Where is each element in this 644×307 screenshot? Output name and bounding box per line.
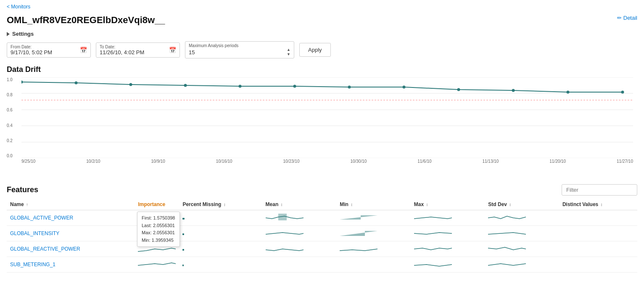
table-row: GLOBAL_INTENSITY: [7, 226, 637, 241]
edit-icon: ✏: [617, 15, 622, 21]
period-up-btn[interactable]: ▲: [287, 48, 290, 52]
from-date-field[interactable]: From Date: 9/17/10, 5:02 PM 📅: [7, 42, 91, 58]
importance-sparkline-1: [135, 226, 179, 241]
min-sparkline-2: [336, 241, 411, 257]
x-label-6: 11/6/10: [417, 159, 431, 164]
y-label-04: 0.4: [7, 123, 13, 128]
x-label-0: 9/25/10: [21, 159, 35, 164]
svg-point-18: [621, 91, 624, 94]
col-importance[interactable]: Importance: [135, 199, 179, 210]
period-value: 15: [189, 49, 195, 56]
distinct-sparkline-1: [559, 226, 637, 241]
table-row: GLOBAL_ACTIVE_POWER: [7, 210, 637, 226]
svg-point-12: [293, 85, 296, 88]
table-row: GLOBAL_REACTIVE_POWER: [7, 241, 637, 257]
svg-point-9: [129, 83, 132, 86]
col-percent-missing[interactable]: Percent Missing ↕: [179, 199, 262, 210]
pct-missing-1: [179, 226, 262, 241]
max-sparkline-1: [411, 226, 485, 241]
apply-button[interactable]: Apply: [299, 43, 331, 57]
y-label-00: 0.0: [7, 154, 13, 158]
max-sparkline-3: [411, 257, 485, 273]
svg-point-8: [75, 82, 78, 85]
y-label-08: 0.8: [7, 93, 13, 97]
min-sparkline-3: [336, 257, 411, 273]
col-std-dev[interactable]: Std Dev ↕: [485, 199, 559, 210]
svg-rect-19: [182, 218, 185, 220]
svg-point-14: [403, 86, 406, 89]
calendar-icon-to: 📅: [169, 47, 176, 53]
detail-label: Detail: [623, 15, 637, 21]
pct-missing-0: [179, 210, 262, 226]
page-title: OML_wfR8VEz0REGElbDxeVqi8w__: [7, 15, 165, 26]
feature-link-3[interactable]: SUB_METERING_1: [10, 262, 55, 267]
x-label-1: 10/2/10: [86, 159, 100, 164]
pct-missing-3: [179, 257, 262, 273]
mean-sparkline-0: [262, 210, 337, 226]
mean-sparkline-1: [262, 226, 337, 241]
distinct-sparkline-3: [559, 257, 637, 273]
min-sparkline-1: [336, 226, 411, 241]
x-label-9: 11/27/10: [617, 159, 633, 164]
detail-link[interactable]: ✏ Detail: [617, 15, 637, 21]
svg-point-11: [239, 85, 242, 88]
to-date-label: To Date:: [100, 45, 176, 49]
settings-label: Settings: [12, 31, 34, 37]
mean-sparkline-3: [262, 257, 337, 273]
from-date-value: 9/17/10, 5:02 PM: [11, 49, 87, 56]
feature-link-2[interactable]: GLOBAL_REACTIVE_POWER: [10, 246, 80, 252]
features-section: Features First: 1.5750398 Last: 2.055630…: [0, 181, 644, 276]
period-arrows: ▲ ▼: [287, 48, 290, 56]
mean-sparkline-2: [262, 241, 337, 257]
period-field[interactable]: Maximum Analysis periods 15 ▲ ▼: [185, 41, 294, 58]
std-sparkline-0: [485, 210, 559, 226]
svg-marker-21: [340, 215, 377, 220]
std-sparkline-1: [485, 226, 559, 241]
features-table: Name ↑ Importance Percent Missing ↕ Mean…: [7, 199, 637, 273]
x-label-5: 10/30/10: [350, 159, 367, 164]
back-to-monitors[interactable]: < Monitors: [7, 4, 30, 10]
x-label-2: 10/9/10: [151, 159, 165, 164]
chart-area: 1.0 0.8 0.6 0.4 0.2 0.0: [0, 76, 644, 181]
max-sparkline-0: [411, 210, 485, 226]
controls-row: From Date: 9/17/10, 5:02 PM 📅 To Date: 1…: [7, 41, 637, 58]
distinct-sparkline-2: [559, 241, 637, 257]
feature-link-1[interactable]: GLOBAL_INTENSITY: [10, 230, 59, 236]
pct-missing-2: [179, 241, 262, 257]
svg-rect-24: [182, 249, 184, 251]
col-distinct-values[interactable]: Distinct Values ↕: [559, 199, 637, 210]
from-date-label: From Date:: [11, 45, 87, 49]
to-date-field[interactable]: To Date: 11/26/10, 4:02 PM 📅: [96, 42, 180, 58]
drift-chart: [21, 77, 633, 158]
x-label-4: 10/23/10: [283, 159, 300, 164]
svg-rect-22: [182, 233, 184, 235]
period-down-btn[interactable]: ▼: [287, 53, 290, 56]
settings-toggle[interactable]: Settings: [7, 31, 637, 37]
col-max[interactable]: Max ↕: [411, 199, 485, 210]
svg-point-10: [184, 84, 187, 87]
max-sparkline-2: [411, 241, 485, 257]
y-label-10: 1.0: [7, 77, 13, 82]
filter-input[interactable]: [562, 184, 637, 196]
svg-marker-20: [278, 214, 287, 220]
svg-point-13: [348, 86, 351, 89]
y-label-02: 0.2: [7, 138, 13, 143]
svg-point-17: [567, 91, 570, 94]
features-title: Features: [7, 185, 38, 194]
svg-marker-23: [340, 231, 377, 236]
x-label-3: 10/16/10: [216, 159, 232, 164]
features-header: Features: [7, 184, 637, 196]
y-label-06: 0.6: [7, 108, 13, 112]
feature-link-0[interactable]: GLOBAL_ACTIVE_POWER: [10, 215, 73, 221]
col-name[interactable]: Name ↑: [7, 199, 135, 210]
min-sparkline-0: [336, 210, 411, 226]
svg-point-16: [512, 89, 515, 92]
col-min[interactable]: Min ↕: [336, 199, 411, 210]
importance-sparkline-3: [135, 257, 179, 273]
distinct-sparkline-0: [559, 210, 637, 226]
x-label-7: 11/13/10: [482, 159, 499, 164]
std-sparkline-3: [485, 257, 559, 273]
chevron-right-icon: [7, 32, 10, 36]
svg-rect-25: [182, 265, 184, 266]
col-mean[interactable]: Mean ↕: [262, 199, 337, 210]
